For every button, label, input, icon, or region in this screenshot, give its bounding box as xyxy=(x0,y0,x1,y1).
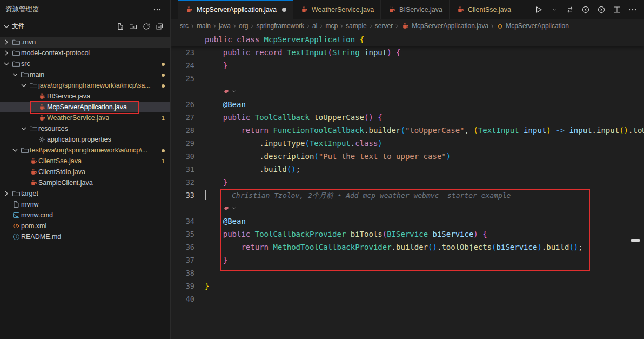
tree-item-clientstdio-java[interactable]: ClientStdio.java xyxy=(0,167,170,177)
tree-item-label: application.properties xyxy=(47,136,111,143)
code-line-32[interactable]: 32 } xyxy=(171,176,644,189)
breadcrumb-item-mcpserverapplication[interactable]: McpServerApplication xyxy=(497,22,569,30)
gear-icon xyxy=(37,135,47,144)
line-number: 40 xyxy=(171,293,194,305)
tab-clientsse-java[interactable]: ClientSse.java xyxy=(450,0,518,19)
line-number: 29 xyxy=(171,137,194,150)
refresh-icon[interactable] xyxy=(141,21,152,32)
tree-item-label: WeatherService.java xyxy=(47,114,109,122)
previous-change-icon[interactable] xyxy=(581,5,591,15)
new-file-icon[interactable] xyxy=(115,21,126,32)
breadcrumb-item-mcp[interactable]: mcp xyxy=(325,22,338,30)
tree-item-biservice-java[interactable]: BIService.java xyxy=(0,91,170,102)
breadcrumb-separator-icon xyxy=(339,23,345,29)
code-line-38[interactable]: 38 xyxy=(171,267,644,280)
breadcrumb-label: springframework xyxy=(256,22,304,30)
tree-item-label: pom.xml xyxy=(21,222,46,230)
tree-item-weatherservice-java[interactable]: WeatherService.java1 xyxy=(0,112,170,123)
spring-bean-icon[interactable] xyxy=(223,205,230,211)
code-line-40[interactable]: 40 xyxy=(171,293,644,305)
code-line-25[interactable]: 25 xyxy=(171,72,644,85)
breadcrumb-item-java[interactable]: java xyxy=(219,22,231,30)
code-line-29[interactable]: 29 .inputType(TextInput.class) xyxy=(171,137,644,150)
code-line-36[interactable]: 36 return MethodToolCallbackProvider.bui… xyxy=(171,241,644,254)
tab-mcpserverapplication-java[interactable]: McpServerApplication.java xyxy=(178,0,293,19)
java-file-icon xyxy=(185,5,193,14)
code-line-24[interactable]: 24 } xyxy=(171,59,644,72)
breadcrumb-label: src xyxy=(180,22,189,30)
editor-tabbar: McpServerApplication.javaWeatherService.… xyxy=(171,0,644,19)
collapse-all-icon[interactable] xyxy=(154,21,165,32)
code-line-23[interactable]: 23 public record TextInput(String input)… xyxy=(171,46,644,59)
tree-item-test-java-org-springframework-ai-mcp[interactable]: test\java\org\springframework\ai\mcp\... xyxy=(0,145,170,156)
run-dropdown-icon[interactable] xyxy=(549,5,559,15)
new-folder-icon[interactable] xyxy=(128,21,139,32)
code-line-35[interactable]: 35 public ToolCallbackProvider biTools(B… xyxy=(171,228,644,241)
indent-spacer xyxy=(2,232,11,241)
code-line-39[interactable]: 39} xyxy=(171,280,644,293)
spring-bean-icon[interactable] xyxy=(223,88,230,95)
file-icon xyxy=(11,200,21,209)
code-line-37[interactable]: 37 } xyxy=(171,254,644,267)
unsaved-dot-icon[interactable] xyxy=(282,8,286,12)
tree-item-model-context-protocol[interactable]: model-context-protocol xyxy=(0,48,170,58)
bean-decoration-row[interactable] xyxy=(171,202,644,215)
chevron-right-icon xyxy=(2,38,11,46)
tab-biservice-java[interactable]: BIService.java xyxy=(381,0,450,19)
folder-icon xyxy=(11,38,21,46)
indent-spacer xyxy=(28,92,37,101)
modified-dot-badge xyxy=(162,71,165,78)
breadcrumb-item-springframework[interactable]: springframework xyxy=(256,22,304,30)
chevron-down-icon[interactable] xyxy=(231,89,237,94)
tree-item-label: resources xyxy=(38,125,68,132)
code-line-30[interactable]: 30 .description("Put the text to upper c… xyxy=(171,150,644,163)
files-section-header[interactable]: 文件 xyxy=(0,19,170,34)
breadcrumb-item-server[interactable]: server xyxy=(375,22,393,30)
tree-item-mvnw[interactable]: mvnw xyxy=(0,199,170,210)
tree-item-target[interactable]: target xyxy=(0,188,170,199)
breadcrumb-item-ai[interactable]: ai xyxy=(312,22,317,30)
indent-spacer xyxy=(28,114,37,122)
open-changes-icon[interactable] xyxy=(565,5,575,15)
chevron-down-icon xyxy=(2,59,11,68)
tab-weatherservice-java[interactable]: WeatherService.java xyxy=(293,0,381,19)
bean-decoration-row[interactable] xyxy=(171,85,644,98)
tree-item-clientsse-java[interactable]: ClientSse.java1 xyxy=(0,156,170,167)
code-line-33[interactable]: 33Christian Tzolov, 2个月前 • Add mcp weath… xyxy=(171,189,644,202)
code-line-31[interactable]: 31 .build(); xyxy=(171,163,644,176)
breadcrumb-item-src[interactable]: src xyxy=(180,22,189,30)
breadcrumb-item-main[interactable]: main xyxy=(197,22,211,30)
tree-item-mvnw-cmd[interactable]: mvnw.cmd xyxy=(0,210,170,221)
tree-item-main[interactable]: main xyxy=(0,69,170,80)
tree-item-mcpserverapplication-java[interactable]: McpServerApplication.java xyxy=(0,102,170,112)
code-editor[interactable]: public class McpServerApplication { 23 p… xyxy=(171,33,644,339)
code-line-26[interactable]: 26 @Bean xyxy=(171,98,644,111)
chevron-down-icon[interactable] xyxy=(231,205,237,211)
run-button[interactable] xyxy=(534,5,544,15)
problem-count-badge: 1 xyxy=(162,158,165,164)
cmd-icon xyxy=(11,211,21,220)
more-actions-icon[interactable] xyxy=(628,5,638,15)
tree-item-pom-xml[interactable]: pom.xml xyxy=(0,221,170,231)
java-file-icon xyxy=(387,5,396,14)
code-line-34[interactable]: 34 @Bean xyxy=(171,215,644,228)
breadcrumb-item-mcpserverapplication-java[interactable]: McpServerApplication.java xyxy=(401,22,488,30)
code-line-28[interactable]: 28 return FunctionToolCallback.builder("… xyxy=(171,124,644,137)
breadcrumb-item-sample[interactable]: sample xyxy=(346,22,367,30)
tree-item-mvn[interactable]: .mvn xyxy=(0,37,170,48)
next-change-icon[interactable] xyxy=(596,5,606,15)
explorer-more-actions-icon[interactable] xyxy=(152,4,163,15)
tree-item-application-properties[interactable]: application.properties xyxy=(0,134,170,145)
tab-label: BIService.java xyxy=(399,6,442,14)
tree-item-readme-md[interactable]: README.md xyxy=(0,231,170,242)
tree-item-src[interactable]: src xyxy=(0,58,170,69)
tree-item-java-org-springframework-ai-mcp-sa[interactable]: java\org\springframework\ai\mcp\sa... xyxy=(0,80,170,91)
chevron-down-icon xyxy=(11,146,19,155)
code-line-27[interactable]: 27 public ToolCallback toUpperCase() { xyxy=(171,111,644,124)
tree-item-resources[interactable]: resources xyxy=(0,123,170,134)
breadcrumb-item-org[interactable]: org xyxy=(239,22,248,30)
sticky-scroll-line[interactable]: public class McpServerApplication { xyxy=(171,33,644,46)
breadcrumb-label: org xyxy=(239,22,248,30)
tree-item-sampleclient-java[interactable]: SampleClient.java xyxy=(0,177,170,188)
split-editor-icon[interactable] xyxy=(612,5,622,15)
